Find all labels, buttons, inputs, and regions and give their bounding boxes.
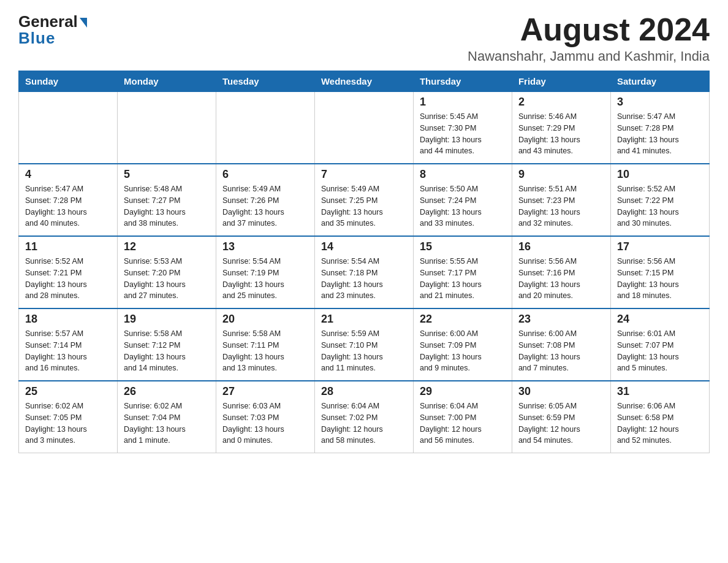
- calendar-week-row: 25Sunrise: 6:02 AM Sunset: 7:05 PM Dayli…: [19, 381, 710, 453]
- calendar-cell: 15Sunrise: 5:55 AM Sunset: 7:17 PM Dayli…: [413, 236, 512, 308]
- day-number: 1: [420, 96, 506, 109]
- day-number: 23: [518, 313, 604, 326]
- day-number: 30: [518, 385, 604, 398]
- day-info: Sunrise: 5:56 AM Sunset: 7:15 PM Dayligh…: [617, 256, 703, 302]
- day-number: 27: [222, 385, 308, 398]
- calendar-cell: 12Sunrise: 5:53 AM Sunset: 7:20 PM Dayli…: [117, 236, 216, 308]
- day-info: Sunrise: 6:06 AM Sunset: 6:58 PM Dayligh…: [617, 400, 703, 446]
- calendar-cell: 25Sunrise: 6:02 AM Sunset: 7:05 PM Dayli…: [19, 381, 118, 453]
- day-info: Sunrise: 5:54 AM Sunset: 7:19 PM Dayligh…: [222, 256, 308, 302]
- calendar-cell: [314, 92, 413, 164]
- calendar-cell: 26Sunrise: 6:02 AM Sunset: 7:04 PM Dayli…: [117, 381, 216, 453]
- calendar-table: SundayMondayTuesdayWednesdayThursdayFrid…: [18, 71, 710, 453]
- day-info: Sunrise: 6:01 AM Sunset: 7:07 PM Dayligh…: [617, 328, 703, 374]
- day-info: Sunrise: 5:58 AM Sunset: 7:11 PM Dayligh…: [222, 328, 308, 374]
- column-header-monday: Monday: [117, 71, 216, 92]
- day-info: Sunrise: 6:00 AM Sunset: 7:08 PM Dayligh…: [518, 328, 604, 374]
- calendar-cell: 14Sunrise: 5:54 AM Sunset: 7:18 PM Dayli…: [314, 236, 413, 308]
- calendar-cell: 8Sunrise: 5:50 AM Sunset: 7:24 PM Daylig…: [413, 164, 512, 236]
- logo-blue: Blue: [18, 29, 55, 48]
- day-info: Sunrise: 5:49 AM Sunset: 7:25 PM Dayligh…: [321, 183, 407, 229]
- day-info: Sunrise: 6:05 AM Sunset: 6:59 PM Dayligh…: [518, 400, 604, 446]
- calendar-cell: 7Sunrise: 5:49 AM Sunset: 7:25 PM Daylig…: [314, 164, 413, 236]
- day-info: Sunrise: 5:49 AM Sunset: 7:26 PM Dayligh…: [222, 183, 308, 229]
- calendar-cell: 2Sunrise: 5:46 AM Sunset: 7:29 PM Daylig…: [512, 92, 610, 164]
- day-info: Sunrise: 6:02 AM Sunset: 7:04 PM Dayligh…: [124, 400, 210, 446]
- day-number: 6: [222, 168, 308, 181]
- day-info: Sunrise: 5:47 AM Sunset: 7:28 PM Dayligh…: [617, 111, 703, 157]
- day-number: 4: [25, 168, 111, 181]
- calendar-cell: 13Sunrise: 5:54 AM Sunset: 7:19 PM Dayli…: [216, 236, 314, 308]
- calendar-cell: 28Sunrise: 6:04 AM Sunset: 7:02 PM Dayli…: [314, 381, 413, 453]
- day-number: 26: [124, 385, 210, 398]
- calendar-week-row: 11Sunrise: 5:52 AM Sunset: 7:21 PM Dayli…: [19, 236, 710, 308]
- calendar-cell: 6Sunrise: 5:49 AM Sunset: 7:26 PM Daylig…: [216, 164, 314, 236]
- column-header-tuesday: Tuesday: [216, 71, 314, 92]
- calendar-cell: 20Sunrise: 5:58 AM Sunset: 7:11 PM Dayli…: [216, 308, 314, 381]
- calendar-cell: 27Sunrise: 6:03 AM Sunset: 7:03 PM Dayli…: [216, 381, 314, 453]
- day-number: 7: [321, 168, 407, 181]
- day-info: Sunrise: 5:55 AM Sunset: 7:17 PM Dayligh…: [420, 256, 506, 302]
- calendar-cell: 31Sunrise: 6:06 AM Sunset: 6:58 PM Dayli…: [610, 381, 709, 453]
- day-number: 11: [25, 240, 111, 253]
- day-info: Sunrise: 6:00 AM Sunset: 7:09 PM Dayligh…: [420, 328, 506, 374]
- day-number: 28: [321, 385, 407, 398]
- day-info: Sunrise: 5:45 AM Sunset: 7:30 PM Dayligh…: [420, 111, 506, 157]
- day-number: 16: [518, 240, 604, 253]
- column-header-sunday: Sunday: [19, 71, 118, 92]
- column-header-thursday: Thursday: [413, 71, 512, 92]
- calendar-cell: [117, 92, 216, 164]
- calendar-cell: 10Sunrise: 5:52 AM Sunset: 7:22 PM Dayli…: [610, 164, 709, 236]
- title-block: August 2024 Nawanshahr, Jammu and Kashmi…: [468, 12, 710, 64]
- day-number: 17: [617, 240, 703, 253]
- day-info: Sunrise: 5:47 AM Sunset: 7:28 PM Dayligh…: [25, 183, 111, 229]
- day-number: 19: [124, 313, 210, 326]
- day-number: 20: [222, 313, 308, 326]
- calendar-cell: 1Sunrise: 5:45 AM Sunset: 7:30 PM Daylig…: [413, 92, 512, 164]
- calendar-cell: 19Sunrise: 5:58 AM Sunset: 7:12 PM Dayli…: [117, 308, 216, 381]
- day-info: Sunrise: 5:46 AM Sunset: 7:29 PM Dayligh…: [518, 111, 604, 157]
- day-number: 29: [420, 385, 506, 398]
- page-header: General Blue August 2024 Nawanshahr, Jam…: [18, 12, 710, 64]
- calendar-week-row: 1Sunrise: 5:45 AM Sunset: 7:30 PM Daylig…: [19, 92, 710, 164]
- calendar-cell: 23Sunrise: 6:00 AM Sunset: 7:08 PM Dayli…: [512, 308, 610, 381]
- day-info: Sunrise: 5:54 AM Sunset: 7:18 PM Dayligh…: [321, 256, 407, 302]
- day-number: 2: [518, 96, 604, 109]
- calendar-cell: 30Sunrise: 6:05 AM Sunset: 6:59 PM Dayli…: [512, 381, 610, 453]
- calendar-cell: 5Sunrise: 5:48 AM Sunset: 7:27 PM Daylig…: [117, 164, 216, 236]
- calendar-cell: 11Sunrise: 5:52 AM Sunset: 7:21 PM Dayli…: [19, 236, 118, 308]
- day-info: Sunrise: 5:48 AM Sunset: 7:27 PM Dayligh…: [124, 183, 210, 229]
- calendar-cell: [19, 92, 118, 164]
- day-info: Sunrise: 6:04 AM Sunset: 7:00 PM Dayligh…: [420, 400, 506, 446]
- column-header-saturday: Saturday: [610, 71, 709, 92]
- day-number: 8: [420, 168, 506, 181]
- day-number: 21: [321, 313, 407, 326]
- day-number: 22: [420, 313, 506, 326]
- calendar-cell: 21Sunrise: 5:59 AM Sunset: 7:10 PM Dayli…: [314, 308, 413, 381]
- day-number: 3: [617, 96, 703, 109]
- day-info: Sunrise: 5:56 AM Sunset: 7:16 PM Dayligh…: [518, 256, 604, 302]
- day-number: 10: [617, 168, 703, 181]
- day-info: Sunrise: 6:04 AM Sunset: 7:02 PM Dayligh…: [321, 400, 407, 446]
- day-info: Sunrise: 5:51 AM Sunset: 7:23 PM Dayligh…: [518, 183, 604, 229]
- day-info: Sunrise: 6:03 AM Sunset: 7:03 PM Dayligh…: [222, 400, 308, 446]
- column-header-friday: Friday: [512, 71, 610, 92]
- day-number: 13: [222, 240, 308, 253]
- day-info: Sunrise: 5:53 AM Sunset: 7:20 PM Dayligh…: [124, 256, 210, 302]
- day-number: 18: [25, 313, 111, 326]
- calendar-cell: 18Sunrise: 5:57 AM Sunset: 7:14 PM Dayli…: [19, 308, 118, 381]
- day-number: 14: [321, 240, 407, 253]
- day-number: 9: [518, 168, 604, 181]
- day-info: Sunrise: 5:59 AM Sunset: 7:10 PM Dayligh…: [321, 328, 407, 374]
- day-info: Sunrise: 5:57 AM Sunset: 7:14 PM Dayligh…: [25, 328, 111, 374]
- calendar-cell: 17Sunrise: 5:56 AM Sunset: 7:15 PM Dayli…: [610, 236, 709, 308]
- day-info: Sunrise: 5:52 AM Sunset: 7:22 PM Dayligh…: [617, 183, 703, 229]
- day-info: Sunrise: 6:02 AM Sunset: 7:05 PM Dayligh…: [25, 400, 111, 446]
- calendar-cell: 16Sunrise: 5:56 AM Sunset: 7:16 PM Dayli…: [512, 236, 610, 308]
- calendar-week-row: 18Sunrise: 5:57 AM Sunset: 7:14 PM Dayli…: [19, 308, 710, 381]
- calendar-cell: 29Sunrise: 6:04 AM Sunset: 7:00 PM Dayli…: [413, 381, 512, 453]
- page-title: August 2024: [468, 12, 710, 47]
- calendar-cell: [216, 92, 314, 164]
- day-number: 25: [25, 385, 111, 398]
- column-header-wednesday: Wednesday: [314, 71, 413, 92]
